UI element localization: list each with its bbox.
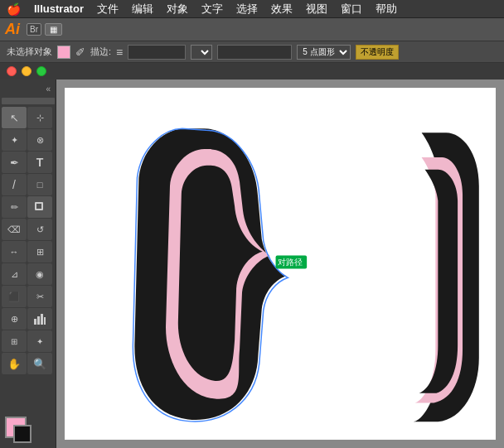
mesh-tool[interactable]: ◉	[27, 263, 52, 285]
tool-row-7: ↔ ⊞	[2, 241, 54, 263]
tool-row-11: ⊞ ✦	[2, 330, 54, 352]
toolbox: « ↖ ⊹ ✦ ⊗ ✒ T / □ ✏	[0, 79, 56, 448]
menu-effect[interactable]: 效果	[271, 2, 293, 17]
svg-rect-4	[41, 314, 43, 325]
menu-text[interactable]: 文字	[201, 2, 223, 17]
close-button[interactable]	[7, 66, 17, 76]
artwork-canvas[interactable]: 对路径	[56, 79, 504, 448]
ruler-strip	[2, 98, 55, 104]
apple-menu[interactable]: 🍎	[7, 2, 21, 16]
color-swatches-area	[2, 408, 54, 445]
pen-tool[interactable]: ✒	[2, 152, 27, 173]
menu-select[interactable]: 选择	[236, 2, 258, 17]
rectangle-tool[interactable]: □	[27, 174, 52, 195]
eraser-tool[interactable]: ⌫	[2, 219, 27, 240]
paintbrush-tool[interactable]	[27, 196, 52, 218]
fill-color-swatch[interactable]	[57, 46, 70, 59]
window-controls	[0, 63, 504, 79]
pencil-tool[interactable]: ✏	[2, 196, 27, 218]
options-bar: 未选择对象 ✐ 描边: ≡ 5 点圆形 不透明度	[0, 41, 504, 63]
toolbar: Ai Br ▦	[0, 18, 504, 41]
measure-tool[interactable]: ⊕	[2, 308, 27, 330]
magic-wand-tool[interactable]: ✦	[2, 129, 27, 151]
menu-window[interactable]: 窗口	[341, 2, 362, 17]
select-tool[interactable]: ↖	[2, 107, 27, 128]
tool-row-9: ⬛ ✂	[2, 286, 54, 307]
warp-tool[interactable]: ⊞	[27, 241, 52, 263]
ai-logo: Ai	[5, 21, 20, 38]
gradient-tool[interactable]: ⊿	[2, 263, 27, 285]
tool-row-3: ✒ T	[2, 152, 54, 173]
tool-row-6: ⌫ ↺	[2, 219, 54, 240]
variable-width-input[interactable]	[217, 45, 292, 60]
right-black-inner	[419, 170, 458, 393]
direct-select-tool[interactable]: ⊹	[27, 107, 52, 128]
tool-row-1: ↖ ⊹	[2, 107, 54, 128]
main-area: « ↖ ⊹ ✦ ⊗ ✒ T / □ ✏	[0, 79, 504, 448]
opacity-label[interactable]: 不透明度	[356, 45, 399, 60]
svg-rect-2	[34, 319, 36, 325]
tool-row-4: / □	[2, 174, 54, 195]
canvas-area[interactable]: 对路径	[56, 79, 504, 448]
stroke-weight-input[interactable]	[128, 45, 186, 60]
tool-row-8: ⊿ ◉	[2, 263, 54, 285]
type-tool[interactable]: T	[27, 152, 52, 173]
stroke-align-icon[interactable]: ≡	[116, 46, 123, 59]
svg-rect-1	[36, 204, 41, 209]
rotate-tool[interactable]: ↺	[27, 219, 52, 240]
artboard-tool[interactable]: ⊞	[2, 330, 27, 352]
svg-rect-5	[44, 317, 46, 325]
slice-tool[interactable]: ✦	[27, 330, 52, 352]
toolbox-collapse[interactable]: «	[42, 83, 54, 95]
grid-button[interactable]: ▦	[45, 23, 62, 36]
hand-tool[interactable]: ✋	[2, 353, 27, 374]
bar-chart-tool[interactable]	[27, 308, 52, 330]
tooltip-text: 对路径	[278, 258, 303, 267]
stroke-swatch[interactable]	[13, 425, 32, 443]
tool-row-10: ⊕	[2, 308, 54, 330]
app-name[interactable]: Illustrator	[34, 2, 84, 15]
tool-row-5: ✏	[2, 196, 54, 218]
stroke-options-select[interactable]	[191, 45, 212, 60]
menu-object[interactable]: 对象	[167, 2, 188, 17]
tool-row-2: ✦ ⊗	[2, 129, 54, 151]
shape-select[interactable]: 5 点圆形	[297, 45, 351, 60]
minimize-button[interactable]	[22, 66, 32, 76]
right-letter-group	[414, 132, 479, 422]
blend-tool[interactable]: ⬛	[2, 286, 27, 307]
svg-rect-3	[37, 316, 40, 325]
fill-stroke-icon[interactable]: ✐	[75, 46, 85, 59]
menu-view[interactable]: 视图	[306, 2, 327, 17]
stroke-label: 描边:	[90, 46, 111, 58]
eyedropper-tool[interactable]: ✂	[27, 286, 52, 307]
menu-edit[interactable]: 编辑	[132, 2, 153, 17]
line-tool[interactable]: /	[2, 174, 27, 195]
lasso-tool[interactable]: ⊗	[27, 129, 52, 151]
tool-row-12: ✋ 🔍	[2, 353, 54, 374]
br-badge[interactable]: Br	[27, 23, 41, 36]
menu-file[interactable]: 文件	[97, 2, 119, 17]
menu-bar: 🍎 Illustrator 文件 编辑 对象 文字 选择 效果 视图 窗口 帮助	[0, 0, 504, 18]
tooltip-group: 对路径	[276, 256, 308, 269]
left-letter-group	[133, 128, 288, 422]
maximize-button[interactable]	[36, 66, 46, 76]
scale-tool[interactable]: ↔	[2, 241, 27, 263]
selection-status: 未选择对象	[7, 46, 52, 58]
zoom-tool[interactable]: 🔍	[27, 353, 52, 374]
menu-help[interactable]: 帮助	[376, 2, 397, 17]
